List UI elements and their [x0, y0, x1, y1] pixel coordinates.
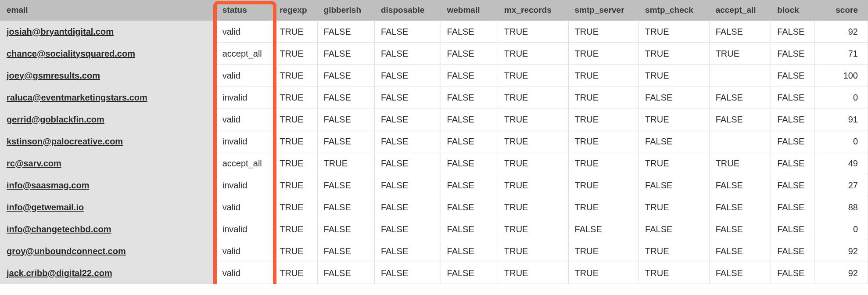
cell-block[interactable]: FALSE [771, 43, 815, 65]
cell-status[interactable]: accept_all [216, 43, 273, 65]
col-header-regexp[interactable]: regexp [273, 0, 317, 21]
cell-block[interactable]: FALSE [771, 152, 815, 174]
cell-smtp_server[interactable]: TRUE [568, 240, 639, 262]
cell-score[interactable]: 0 [815, 130, 868, 152]
cell-disposable[interactable]: FALSE [374, 43, 441, 65]
cell-mx_records[interactable]: TRUE [498, 108, 568, 130]
cell-disposable[interactable]: FALSE [374, 21, 441, 43]
cell-score[interactable]: 88 [815, 196, 868, 218]
cell-webmail[interactable]: FALSE [441, 218, 498, 240]
cell-regexp[interactable]: TRUE [273, 196, 317, 218]
cell-score[interactable]: 92 [815, 21, 868, 43]
cell-smtp_check[interactable]: TRUE [639, 108, 710, 130]
cell-accept_all[interactable]: FALSE [709, 262, 771, 284]
col-header-block[interactable]: block [771, 0, 815, 21]
cell-smtp_server[interactable]: TRUE [568, 196, 639, 218]
cell-email[interactable]: info@getwemail.io [0, 196, 216, 218]
col-header-score[interactable]: score [815, 0, 868, 21]
cell-email[interactable]: raluca@eventmarketingstars.com [0, 86, 216, 108]
cell-regexp[interactable]: TRUE [273, 240, 317, 262]
cell-block[interactable]: FALSE [771, 240, 815, 262]
cell-status[interactable]: valid [216, 108, 273, 130]
cell-accept_all[interactable]: FALSE [709, 21, 771, 43]
cell-gibberish[interactable]: FALSE [317, 262, 374, 284]
table-row[interactable]: info@changetechbd.cominvalidTRUEFALSEFAL… [0, 218, 868, 240]
cell-block[interactable]: FALSE [771, 130, 815, 152]
cell-regexp[interactable]: TRUE [273, 43, 317, 65]
cell-gibberish[interactable]: FALSE [317, 21, 374, 43]
table-row[interactable]: groy@unboundconnect.comvalidTRUEFALSEFAL… [0, 240, 868, 262]
cell-email[interactable]: jack.cribb@digital22.com [0, 262, 216, 284]
cell-smtp_server[interactable]: TRUE [568, 108, 639, 130]
cell-regexp[interactable]: TRUE [273, 152, 317, 174]
cell-email[interactable]: kstinson@palocreative.com [0, 130, 216, 152]
cell-mx_records[interactable]: TRUE [498, 196, 568, 218]
cell-block[interactable]: FALSE [771, 65, 815, 86]
cell-accept_all[interactable]: FALSE [709, 218, 771, 240]
cell-smtp_check[interactable]: TRUE [639, 196, 710, 218]
col-header-mxrecords[interactable]: mx_records [498, 0, 568, 21]
cell-score[interactable]: 0 [815, 86, 868, 108]
cell-smtp_check[interactable]: TRUE [639, 65, 710, 86]
cell-smtp_server[interactable]: TRUE [568, 152, 639, 174]
cell-email[interactable]: info@changetechbd.com [0, 218, 216, 240]
cell-regexp[interactable]: TRUE [273, 174, 317, 196]
cell-score[interactable]: 92 [815, 240, 868, 262]
cell-accept_all[interactable] [709, 130, 771, 152]
cell-accept_all[interactable] [709, 65, 771, 86]
table-row[interactable]: josiah@bryantdigital.comvalidTRUEFALSEFA… [0, 21, 868, 43]
table-row[interactable]: kstinson@palocreative.cominvalidTRUEFALS… [0, 130, 868, 152]
cell-score[interactable]: 27 [815, 174, 868, 196]
cell-regexp[interactable]: TRUE [273, 108, 317, 130]
cell-webmail[interactable]: FALSE [441, 65, 498, 86]
cell-gibberish[interactable]: FALSE [317, 218, 374, 240]
cell-disposable[interactable]: FALSE [374, 196, 441, 218]
col-header-disposable[interactable]: disposable [374, 0, 441, 21]
cell-mx_records[interactable]: TRUE [498, 130, 568, 152]
cell-block[interactable]: FALSE [771, 218, 815, 240]
cell-mx_records[interactable]: TRUE [498, 43, 568, 65]
cell-status[interactable]: invalid [216, 86, 273, 108]
cell-webmail[interactable]: FALSE [441, 86, 498, 108]
col-header-smtpcheck[interactable]: smtp_check [639, 0, 710, 21]
cell-email[interactable]: josiah@bryantdigital.com [0, 21, 216, 43]
cell-regexp[interactable]: TRUE [273, 65, 317, 86]
table-row[interactable]: gerrid@goblackfin.comvalidTRUEFALSEFALSE… [0, 108, 868, 130]
cell-email[interactable]: groy@unboundconnect.com [0, 240, 216, 262]
cell-gibberish[interactable]: FALSE [317, 174, 374, 196]
col-header-webmail[interactable]: webmail [441, 0, 498, 21]
cell-block[interactable]: FALSE [771, 174, 815, 196]
cell-status[interactable]: valid [216, 65, 273, 86]
cell-regexp[interactable]: TRUE [273, 218, 317, 240]
cell-mx_records[interactable]: TRUE [498, 152, 568, 174]
cell-smtp_check[interactable]: TRUE [639, 152, 710, 174]
cell-accept_all[interactable]: TRUE [709, 43, 771, 65]
cell-mx_records[interactable]: TRUE [498, 218, 568, 240]
cell-score[interactable]: 71 [815, 43, 868, 65]
cell-status[interactable]: invalid [216, 218, 273, 240]
cell-score[interactable]: 0 [815, 218, 868, 240]
cell-disposable[interactable]: FALSE [374, 152, 441, 174]
cell-mx_records[interactable]: TRUE [498, 174, 568, 196]
cell-disposable[interactable]: FALSE [374, 240, 441, 262]
cell-block[interactable]: FALSE [771, 108, 815, 130]
cell-disposable[interactable]: FALSE [374, 108, 441, 130]
cell-smtp_check[interactable]: TRUE [639, 21, 710, 43]
cell-smtp_check[interactable]: TRUE [639, 262, 710, 284]
cell-accept_all[interactable]: FALSE [709, 174, 771, 196]
cell-webmail[interactable]: FALSE [441, 43, 498, 65]
cell-disposable[interactable]: FALSE [374, 86, 441, 108]
cell-smtp_server[interactable]: TRUE [568, 21, 639, 43]
col-header-gibberish[interactable]: gibberish [317, 0, 374, 21]
cell-disposable[interactable]: FALSE [374, 65, 441, 86]
cell-smtp_server[interactable]: TRUE [568, 262, 639, 284]
cell-webmail[interactable]: FALSE [441, 240, 498, 262]
cell-smtp_server[interactable]: TRUE [568, 130, 639, 152]
table-row[interactable]: joey@gsmresults.comvalidTRUEFALSEFALSEFA… [0, 65, 868, 86]
cell-block[interactable]: FALSE [771, 21, 815, 43]
cell-block[interactable]: FALSE [771, 86, 815, 108]
cell-gibberish[interactable]: FALSE [317, 240, 374, 262]
table-row[interactable]: info@getwemail.iovalidTRUEFALSEFALSEFALS… [0, 196, 868, 218]
cell-disposable[interactable]: FALSE [374, 174, 441, 196]
cell-accept_all[interactable]: FALSE [709, 86, 771, 108]
